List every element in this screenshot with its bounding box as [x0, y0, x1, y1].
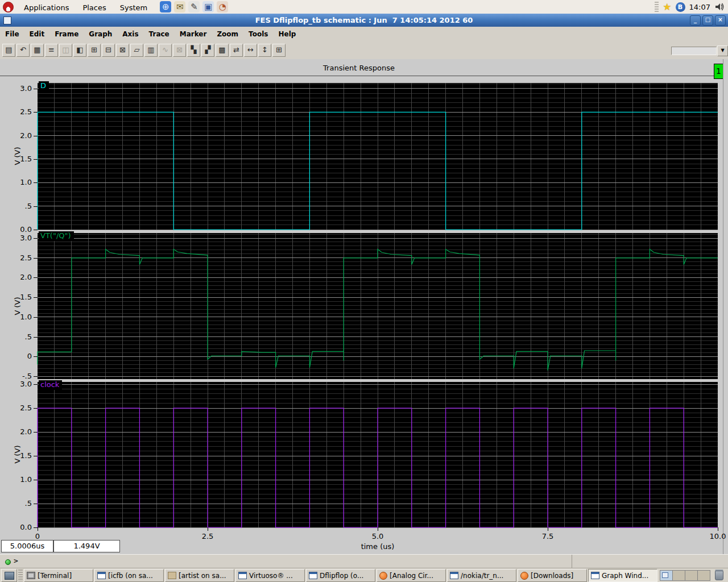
x-tick-label: 0 [35, 532, 40, 541]
trace-color-dropdown[interactable]: ▼ [717, 45, 728, 56]
toolbar-grid-icon[interactable]: ▦ [31, 44, 44, 57]
taskbar-item[interactable]: [Downloads] [518, 569, 587, 582]
chart-icon[interactable]: ◔ [217, 1, 228, 13]
notification-star-icon[interactable]: ★ [663, 1, 671, 13]
screenshot-icon[interactable]: ▣ [202, 1, 214, 13]
workspace-4[interactable] [698, 571, 710, 580]
toolbar-new-subwindow-icon[interactable]: ⊞ [88, 44, 101, 57]
toolbar-resize-subwindow-icon[interactable]: ⊠ [116, 44, 129, 57]
menu-file[interactable]: File [0, 30, 24, 38]
taskbar-item[interactable]: Graph Wind... [588, 569, 657, 582]
taskbar-item[interactable]: [icfb (on sa... [94, 569, 164, 582]
plot-panel-clock[interactable]: clock [38, 382, 718, 527]
panel-menu-system[interactable]: System [113, 3, 154, 12]
trash-icon[interactable] [715, 571, 723, 580]
y-tick-label: 2.0 [6, 273, 32, 281]
y-axis-label: V (V) [13, 297, 22, 315]
y-tick-label: 0.0 [6, 523, 32, 531]
maximize-button[interactable]: □ [702, 15, 713, 26]
y-tick-mark [34, 182, 38, 183]
toolbar-zoom-fit-icon[interactable]: ⊞ [272, 44, 286, 57]
command-row[interactable]: > [0, 554, 728, 568]
toolbar-delete-subwindow-icon[interactable]: ⊟ [102, 44, 115, 57]
title-rule [0, 76, 723, 76]
workspace-1[interactable] [660, 571, 673, 580]
menu-axis[interactable]: Axis [117, 30, 143, 38]
plot-panel-q[interactable]: VT("/Q") [38, 233, 718, 379]
y-tick-label: 3.0 [6, 84, 32, 93]
taskbar-item[interactable]: Dflipflop (o... [306, 569, 375, 582]
toolbar-split-window-icon[interactable]: ◧ [73, 44, 86, 57]
show-desktop-button[interactable] [1, 569, 17, 582]
y-tick-mark [34, 456, 38, 456]
y-tick-mark [34, 384, 38, 385]
toolbar-marker-icon[interactable]: ▱ [130, 44, 143, 57]
waveform-plot-1 [38, 233, 718, 379]
minimize-button[interactable]: _ [690, 15, 701, 26]
y-tick-label: 2.5 [6, 253, 32, 262]
x-tick-mark [208, 527, 208, 531]
cursor-value-readout: 1.494V [53, 540, 120, 552]
toolbar-calculator-icon[interactable]: ▩ [216, 44, 229, 57]
toolbar-swap-x-icon[interactable]: ⇄ [230, 44, 243, 57]
command-prompt[interactable]: > [14, 556, 18, 565]
window-icon [97, 572, 106, 579]
taskbar-item[interactable]: [Terminal] [24, 569, 93, 582]
waveform-plot-2 [38, 382, 718, 527]
workspace-3[interactable] [685, 571, 698, 580]
menu-help[interactable]: Help [273, 30, 301, 38]
y-tick-label: 0.0 [6, 225, 32, 234]
taskbar-item-label: Graph Wind... [602, 572, 648, 580]
menu-marker[interactable]: Marker [175, 30, 212, 38]
menu-graph[interactable]: Graph [84, 30, 117, 38]
trace-label-clock[interactable]: clock [39, 380, 62, 390]
taskbar-handle[interactable] [18, 569, 23, 581]
toolbar-undo-icon[interactable]: ↶ [16, 44, 30, 57]
status-led-icon [5, 559, 11, 565]
taskbar-item-label: [Terminal] [38, 572, 72, 580]
notes-icon[interactable]: ✎ [188, 1, 200, 13]
toolbar-fit-x-icon[interactable]: ↔ [244, 44, 257, 57]
close-button[interactable]: × [715, 15, 726, 26]
email-icon[interactable]: ✉ [174, 1, 185, 13]
toolbar-strip-mode-icon[interactable]: ≡ [45, 44, 58, 57]
menu-edit[interactable]: Edit [24, 30, 50, 38]
plot-panel-d[interactable]: D [38, 83, 718, 230]
toolbar-print-icon[interactable]: ▤ [2, 44, 15, 57]
panel-handle[interactable] [655, 2, 659, 12]
window-titlebar[interactable]: FES Dflipflop_tb schematic : Jun 7 14:05… [0, 14, 728, 27]
toolbar-slice-horizontal-icon[interactable]: ▞ [201, 44, 214, 57]
y-tick-mark [34, 356, 38, 357]
y-tick-mark [34, 159, 38, 160]
trace-label-q[interactable]: VT("/Q") [39, 231, 74, 241]
menu-tools[interactable]: Tools [243, 30, 273, 38]
taskbar-item[interactable]: [artist on sa... [165, 569, 234, 582]
window-edge [723, 59, 723, 554]
taskbar-item[interactable]: [Analog Cir... [377, 569, 446, 582]
taskbar-item[interactable]: Virtuoso® ... [235, 569, 305, 582]
y-tick-label: 3.0 [6, 380, 32, 388]
workspace-2[interactable] [673, 571, 685, 580]
panel-menu-applications[interactable]: Applications [17, 3, 76, 12]
y-axis-label: V (V) [13, 147, 22, 165]
menu-frame[interactable]: Frame [49, 30, 84, 38]
trace-label-d[interactable]: D [39, 81, 49, 91]
volume-icon[interactable] [714, 2, 725, 11]
y-tick-mark [34, 136, 38, 136]
y-tick-label: 3.0 [6, 234, 32, 242]
menu-trace[interactable]: Trace [144, 30, 175, 38]
toolbar-fit-y-icon[interactable]: ↕ [258, 44, 271, 57]
trace-2 [38, 408, 718, 527]
toolbar-slice-vertical-icon[interactable]: ▚ [187, 44, 200, 57]
web-browser-icon[interactable]: ⊕ [160, 1, 171, 13]
distro-menu-icon[interactable] [3, 2, 14, 13]
x-tick-mark [718, 527, 718, 531]
y-tick-mark [34, 480, 38, 480]
toolbar-table-icon[interactable]: ▥ [144, 44, 158, 57]
menu-zoom[interactable]: Zoom [212, 30, 243, 38]
clock[interactable]: 14:07 [689, 3, 710, 11]
panel-menu-places[interactable]: Places [76, 3, 113, 12]
cursor-time-readout: 5.0006us [1, 540, 53, 552]
bluetooth-icon[interactable]: B [676, 2, 685, 12]
taskbar-item[interactable]: /nokia/tr_n... [447, 569, 516, 582]
